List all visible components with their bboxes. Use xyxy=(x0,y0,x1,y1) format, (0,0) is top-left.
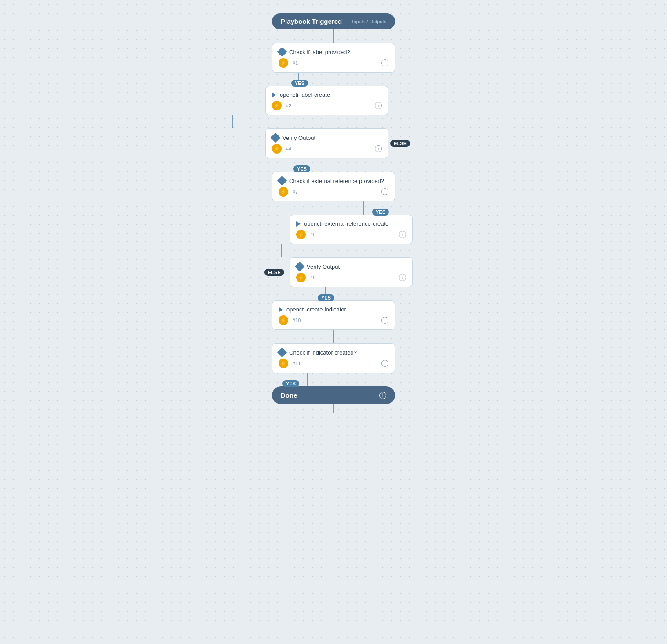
info-icon-8[interactable]: i xyxy=(381,360,388,367)
node-num-8: #11 xyxy=(293,361,301,366)
info-icon-5[interactable]: i xyxy=(399,231,406,238)
info-icon-1[interactable]: i xyxy=(381,59,388,66)
node-header-2: opencti-label-create xyxy=(272,91,382,98)
node-num-2: #2 xyxy=(286,103,291,108)
info-icon-3[interactable]: i xyxy=(375,145,382,152)
check-label-node[interactable]: Check if label provided? ⚡ #1 i xyxy=(272,43,395,73)
diamond-icon-4 xyxy=(277,176,287,186)
arrow-icon-7 xyxy=(279,307,283,312)
node-num-4: #7 xyxy=(293,189,298,194)
check-label-title: Check if label provided? xyxy=(289,49,350,55)
connector-1 xyxy=(333,29,334,43)
trigger-node[interactable]: Playbook Triggered Inputs / Outputs xyxy=(272,13,395,29)
node-num-3: #4 xyxy=(286,146,291,151)
else-badge-1: ELSE xyxy=(390,140,410,147)
node-footer: ⚡ #1 i xyxy=(279,58,388,68)
diamond-icon-3 xyxy=(271,133,281,143)
node-header-4: Check if external reference provided? xyxy=(279,177,388,184)
lightning-icon-5: ⚡ xyxy=(296,230,306,239)
opencti-external-ref-node[interactable]: opencti-external-reference-create ⚡ #8 i xyxy=(290,215,413,244)
flowchart: Playbook Triggered Inputs / Outputs Chec… xyxy=(246,13,421,413)
node-footer-7: ⚡ #10 i xyxy=(279,315,388,325)
check-indicator-node[interactable]: Check if indicator created? ⚡ #11 i xyxy=(272,343,395,373)
arrow-icon-2 xyxy=(272,92,276,98)
opencti-create-indicator-title: opencti-create-indicator xyxy=(286,306,346,313)
connector-6 xyxy=(281,244,282,257)
verify-output-1-node[interactable]: Verify Output ⚡ #4 i ELSE xyxy=(265,128,388,158)
diamond-icon-8 xyxy=(277,348,287,358)
node-num-1: #1 xyxy=(293,60,298,66)
node-header-3: Verify Output xyxy=(272,134,382,141)
info-icon-2[interactable]: i xyxy=(375,102,382,109)
node-header-8: Check if indicator created? xyxy=(279,349,388,356)
verify-output-2-title: Verify Output xyxy=(307,263,340,270)
opencti-label-create-node[interactable]: opencti-label-create ⚡ #2 i xyxy=(265,86,388,115)
info-icon-6[interactable]: i xyxy=(399,274,406,281)
info-icon-done[interactable]: i xyxy=(379,392,386,399)
node-header-5: opencti-external-reference-create xyxy=(296,220,406,227)
node-header-6: Verify Output xyxy=(296,263,406,270)
done-node[interactable]: Done i xyxy=(272,386,395,404)
lightning-icon-7: ⚡ xyxy=(279,315,288,325)
check-external-ref-node[interactable]: Check if external reference provided? ⚡ … xyxy=(272,172,395,201)
connector-3 xyxy=(232,115,233,128)
lightning-icon-8: ⚡ xyxy=(279,359,288,368)
node-footer-4: ⚡ #7 i xyxy=(279,187,388,197)
trigger-inputs-outputs: Inputs / Outputs xyxy=(352,19,386,24)
lightning-icon-1: ⚡ xyxy=(279,58,288,68)
opencti-label-title: opencti-label-create xyxy=(280,91,330,98)
yes-badge-5: YES xyxy=(282,380,299,387)
yes-badge-4: YES xyxy=(318,294,334,301)
check-external-ref-title: Check if external reference provided? xyxy=(289,178,384,184)
node-num-5: #8 xyxy=(310,232,315,237)
node-footer-3: ⚡ #4 i xyxy=(272,144,382,154)
info-icon-7[interactable]: i xyxy=(381,317,388,324)
connector-9a xyxy=(307,373,308,386)
lightning-icon-6: ⚡ xyxy=(296,273,306,282)
node-num-7: #10 xyxy=(293,318,301,323)
done-title: Done xyxy=(281,392,297,399)
verify-output-2-node[interactable]: Verify Output ⚡ #9 i ELSE xyxy=(290,257,413,287)
node-header-7: opencti-create-indicator xyxy=(279,306,388,313)
yes-badge-2: YES xyxy=(293,165,310,172)
check-indicator-title: Check if indicator created? xyxy=(289,349,357,356)
yes-badge-1: YES xyxy=(291,80,308,87)
lightning-icon-4: ⚡ xyxy=(279,187,288,197)
opencti-ext-ref-title: opencti-external-reference-create xyxy=(304,220,388,227)
diamond-icon-6 xyxy=(295,262,305,272)
connector-8 xyxy=(333,330,334,343)
node-footer-8: ⚡ #11 i xyxy=(279,359,388,368)
node-footer-5: ⚡ #8 i xyxy=(296,230,406,239)
node-header: Check if label provided? xyxy=(279,48,388,55)
arrow-icon-5 xyxy=(296,221,301,227)
info-icon-4[interactable]: i xyxy=(381,188,388,195)
yes-badge-3: YES xyxy=(372,209,389,216)
node-footer-2: ⚡ #2 i xyxy=(272,101,382,110)
node-footer-6: ⚡ #9 i xyxy=(296,273,406,282)
verify-output-1-title: Verify Output xyxy=(282,135,315,141)
node-num-6: #9 xyxy=(310,275,315,280)
trigger-title: Playbook Triggered xyxy=(281,18,342,25)
lightning-icon-3: ⚡ xyxy=(272,144,282,154)
lightning-icon-2: ⚡ xyxy=(272,101,282,110)
else-badge-2: ELSE xyxy=(264,269,284,276)
diamond-icon xyxy=(277,47,287,57)
connector-5a xyxy=(363,201,364,215)
connector-bottom xyxy=(333,404,334,413)
opencti-create-indicator-node[interactable]: opencti-create-indicator ⚡ #10 i xyxy=(272,300,395,330)
